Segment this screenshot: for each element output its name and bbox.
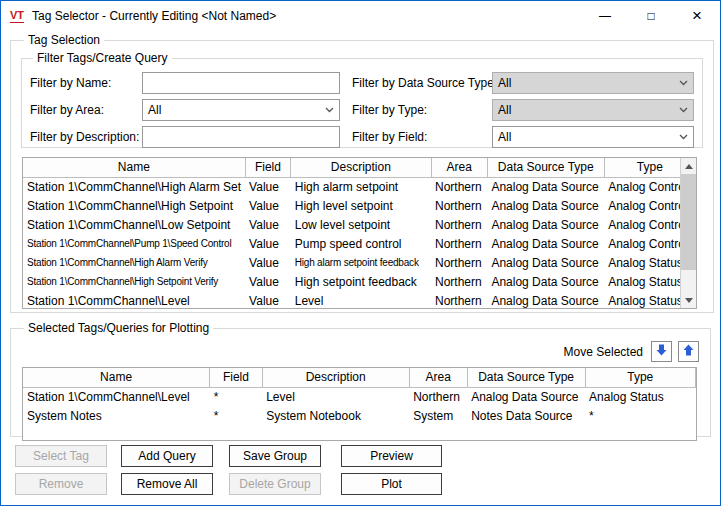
filter-type-select[interactable]: All — [492, 99, 694, 121]
table-row[interactable]: Station 1\CommChannel\Level Value Level … — [23, 291, 696, 309]
action-buttons: Select Tag Add Query Save Group Preview … — [15, 445, 711, 495]
table-row[interactable]: Station 1\CommChannel\Low Setpoint Value… — [23, 215, 696, 234]
filter-area-select[interactable]: All — [142, 99, 340, 121]
filter-by-name-label: Filter by Name: — [30, 76, 142, 90]
selected-value: All — [498, 130, 511, 144]
tag-table-scrollbar[interactable] — [680, 158, 696, 308]
selected-value: All — [498, 76, 511, 90]
cell-description: High level setpoint — [291, 196, 431, 215]
table-row[interactable]: Station 1\CommChannel\High Alarm Set Val… — [23, 177, 696, 196]
cell-area: Northern — [431, 253, 487, 272]
scrollbar-track[interactable] — [681, 174, 696, 292]
move-up-button[interactable] — [678, 341, 699, 362]
selected-table-header-row: Name Field Description Area Data Source … — [23, 368, 696, 387]
cell-description: High setpoint feedback — [291, 272, 431, 291]
cell-description: Pump speed control — [291, 234, 431, 253]
cell-data-source-type: Analog Data Source — [487, 291, 604, 309]
table-row[interactable]: System Notes * System Notebook System No… — [23, 406, 696, 425]
cell-description: System Notebook — [262, 406, 409, 425]
cell-field: Value — [245, 253, 291, 272]
scroll-up-icon — [685, 164, 693, 169]
filter-group-legend: Filter Tags/Create Query — [33, 51, 172, 65]
cell-field: * — [210, 387, 263, 406]
selected-table-container: Name Field Description Area Data Source … — [22, 367, 697, 441]
filter-by-type-label: Filter by Type: — [340, 103, 492, 117]
cell-area: Northern — [431, 272, 487, 291]
scroll-down-button[interactable] — [681, 292, 696, 308]
chevron-down-icon — [679, 134, 688, 140]
column-header-data-source-type[interactable]: Data Source Type — [467, 368, 585, 387]
remove-button: Remove — [15, 473, 107, 495]
column-header-name[interactable]: Name — [23, 368, 210, 387]
tag-table: Name Field Description Area Data Source … — [23, 158, 696, 309]
column-header-type[interactable]: Type — [585, 368, 695, 387]
table-row[interactable]: Station 1\CommChannel\High Setpoint Veri… — [23, 272, 696, 291]
cell-field: Value — [245, 234, 291, 253]
filter-by-description-label: Filter by Description: — [30, 130, 142, 144]
tag-table-container: Name Field Description Area Data Source … — [22, 157, 697, 309]
column-header-name[interactable]: Name — [23, 158, 245, 177]
cell-area: System — [409, 406, 467, 425]
selected-tags-legend: Selected Tags/Queries for Plotting — [24, 321, 213, 335]
tag-selection-legend: Tag Selection — [24, 33, 104, 47]
cell-name: Station 1\CommChannel\High Alarm Set — [23, 177, 245, 196]
cell-field: Value — [245, 291, 291, 309]
filter-data-source-type-select[interactable]: All — [492, 72, 694, 94]
cell-data-source-type: Analog Data Source — [487, 215, 604, 234]
filter-field-select[interactable]: All — [492, 126, 694, 148]
minimize-button[interactable]: — — [582, 1, 628, 31]
add-query-button[interactable]: Add Query — [121, 445, 213, 467]
column-header-field[interactable]: Field — [210, 368, 263, 387]
move-selected-row: Move Selected — [21, 335, 700, 367]
filter-by-area-label: Filter by Area: — [30, 103, 142, 117]
chevron-down-icon — [325, 107, 334, 113]
tag-selection-group: Tag Selection Filter Tags/Create Query F… — [10, 33, 714, 313]
cell-name: Station 1\CommChannel\High Alarm Verify — [23, 253, 245, 272]
table-row[interactable]: Station 1\CommChannel\Level * Level Nort… — [23, 387, 696, 406]
column-header-area[interactable]: Area — [409, 368, 467, 387]
move-down-button[interactable] — [651, 341, 672, 362]
arrow-up-icon — [683, 344, 694, 359]
cell-area: Northern — [431, 291, 487, 309]
table-row[interactable]: Station 1\CommChannel\Pump 1\Speed Contr… — [23, 234, 696, 253]
cell-name: Station 1\CommChannel\High Setpoint — [23, 196, 245, 215]
cell-name: Station 1\CommChannel\Level — [23, 291, 245, 309]
cell-name: Station 1\CommChannel\Low Setpoint — [23, 215, 245, 234]
plot-button[interactable]: Plot — [341, 473, 442, 495]
tag-table-header-row: Name Field Description Area Data Source … — [23, 158, 696, 177]
cell-data-source-type: Analog Data Source — [487, 177, 604, 196]
filter-grid: Filter by Name: Filter by Data Source Ty… — [30, 67, 694, 148]
scroll-up-button[interactable] — [681, 158, 696, 174]
scrollbar-thumb[interactable] — [681, 174, 696, 270]
column-header-description[interactable]: Description — [262, 368, 409, 387]
column-header-area[interactable]: Area — [431, 158, 487, 177]
cell-description: Level — [262, 387, 409, 406]
cell-area: Northern — [431, 177, 487, 196]
close-button[interactable]: × — [674, 1, 720, 31]
scroll-down-icon — [685, 298, 693, 303]
save-group-button[interactable]: Save Group — [229, 445, 321, 467]
remove-all-button[interactable]: Remove All — [121, 473, 213, 495]
column-header-field[interactable]: Field — [245, 158, 291, 177]
cell-data-source-type: Analog Data Source — [487, 272, 604, 291]
cell-area: Northern — [431, 215, 487, 234]
selected-tags-group: Selected Tags/Queries for Plotting Move … — [10, 321, 711, 437]
move-selected-label: Move Selected — [564, 345, 643, 359]
filter-name-input[interactable] — [142, 72, 340, 94]
filter-description-input[interactable] — [142, 126, 340, 148]
cell-field: Value — [245, 215, 291, 234]
cell-field: Value — [245, 177, 291, 196]
window-controls: — □ × — [582, 1, 720, 31]
maximize-button[interactable]: □ — [628, 1, 674, 31]
column-header-description[interactable]: Description — [291, 158, 431, 177]
cell-description: High alarm setpoint — [291, 177, 431, 196]
selected-value: All — [498, 103, 511, 117]
cell-data-source-type: Analog Data Source — [467, 387, 585, 406]
cell-type: Analog Status — [585, 387, 695, 406]
table-row[interactable]: Station 1\CommChannel\High Alarm Verify … — [23, 253, 696, 272]
column-header-data-source-type[interactable]: Data Source Type — [487, 158, 604, 177]
cell-data-source-type: Analog Data Source — [487, 196, 604, 215]
preview-button[interactable]: Preview — [341, 445, 442, 467]
table-row[interactable]: Station 1\CommChannel\High Setpoint Valu… — [23, 196, 696, 215]
cell-data-source-type: Notes Data Source — [467, 406, 585, 425]
